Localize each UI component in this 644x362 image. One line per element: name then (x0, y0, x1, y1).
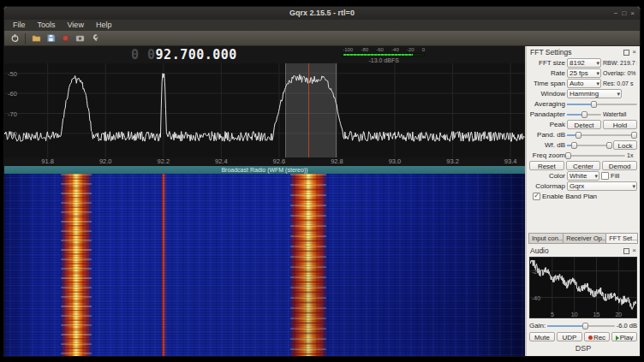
open-folder-icon (32, 33, 41, 43)
dock-close-icon[interactable]: × (632, 49, 636, 56)
wf-db-range-slider[interactable] (567, 140, 611, 150)
peak-detect-button[interactable]: Detect (567, 120, 601, 129)
fft-db-tick: -60 (8, 90, 17, 98)
filter-band[interactable] (285, 63, 337, 157)
wf-db-row: Wf. dB Lock (528, 140, 638, 150)
averaging-row: Averaging (528, 99, 638, 109)
fft-size-row: FFT size 8192 ▾ RBW: 219.7 Hz (528, 58, 638, 68)
menu-file[interactable]: File (7, 20, 32, 31)
gain-row: Gain: -6.0 dB (529, 321, 637, 330)
fill-checkbox[interactable] (601, 172, 609, 180)
window-select[interactable]: Hamming ▾ (567, 89, 622, 98)
freq-zoom-slider[interactable] (567, 151, 625, 160)
peak-row: Peak Detect Hold (528, 120, 638, 129)
fft-settings-dock-title: FFT Settings × (528, 47, 638, 57)
audio-khz-tick: 20 (615, 312, 622, 317)
reset-button[interactable]: Reset (529, 161, 564, 170)
titlebar[interactable]: Gqrx 2.15.5 - rtl=0 − □ × (4, 7, 640, 20)
maximize-icon[interactable]: □ (622, 7, 626, 20)
band-plan-bar: Broadcast Radio (WFM (stereo)) (4, 166, 525, 174)
averaging-slider[interactable] (567, 99, 637, 109)
audio-dock-title: Audio × (528, 246, 638, 256)
chevron-down-icon: ▾ (617, 91, 620, 97)
rec-button[interactable]: Rec (584, 332, 610, 341)
rec-label: Rec (593, 334, 605, 341)
panadapter-waterfall-split-slider[interactable] (567, 110, 601, 119)
meter-scale: -100 -80 -60 -40 -20 0 (343, 47, 425, 53)
dock-float-icon[interactable] (623, 50, 629, 56)
time-span-select[interactable]: Auto ▾ (567, 79, 601, 88)
fft-size-value: 8192 (569, 59, 596, 67)
status-dsp: DSP (528, 341, 638, 354)
meter-fill (343, 54, 413, 56)
frequency-display[interactable]: 0 092.700.000 (131, 46, 237, 63)
split-row: Panadapter Waterfall (528, 110, 638, 119)
tab-receiver-options[interactable]: Receiver Op... (564, 233, 606, 244)
color-row: Color White ▾ Fill (528, 171, 638, 181)
frequency-digits: 92.700.000 (156, 47, 237, 62)
color-select[interactable]: White ▾ (567, 171, 599, 181)
receiver-area: 0 092.700.000 -100 -80 -60 -40 -20 0 -13… (4, 46, 525, 356)
floppy-save-icon (46, 33, 56, 43)
colormap-select[interactable]: Gqrx ▾ (567, 181, 637, 191)
rate-select[interactable]: 25 fps ▾ (567, 68, 601, 78)
waterfall-signal (290, 174, 326, 356)
toolbar-separator (25, 33, 26, 44)
center-button[interactable]: Center (566, 161, 601, 170)
freq-zoom-value: 1x (627, 152, 637, 158)
gain-slider[interactable] (547, 321, 615, 330)
band-plan-label: Broadcast Radio (WFM (stereo)) (221, 166, 307, 174)
close-icon[interactable]: × (630, 7, 635, 20)
fft-plot[interactable]: -50-60-70-80 (4, 63, 525, 157)
screenshot-button[interactable] (74, 33, 86, 45)
meter-tick: -100 (343, 47, 353, 53)
peak-hold-button[interactable]: Hold (603, 120, 637, 129)
menubar: File Tools View Help (4, 20, 640, 31)
udp-button[interactable]: UDP (557, 332, 582, 341)
freq-tick: 91.8 (41, 157, 54, 166)
freq-tick: 93.0 (389, 157, 402, 166)
meter-value: -13.0 dBFS (343, 56, 425, 63)
dock-close-icon[interactable]: × (632, 247, 636, 254)
enable-band-plan-row: ✓ Enable Band Plan (528, 192, 638, 201)
tools-button[interactable] (88, 33, 100, 45)
colormap-value: Gqrx (569, 182, 632, 190)
toolbar (4, 31, 640, 46)
averaging-label: Averaging (529, 100, 565, 108)
waterfall-signal (163, 174, 164, 356)
enable-band-plan-checkbox[interactable]: ✓ (533, 193, 540, 200)
waterfall[interactable] (4, 174, 525, 356)
lock-button[interactable]: Lock (613, 140, 637, 150)
center-frequency-line (308, 63, 309, 157)
save-settings-button[interactable] (45, 33, 57, 45)
colormap-label: Colormap (529, 182, 565, 190)
tab-fft-settings[interactable]: FFT Set... (606, 233, 638, 244)
pand-db-range-slider[interactable] (567, 130, 637, 139)
freq-zoom-label: Freq zoom (529, 151, 565, 159)
meter-tick: 0 (422, 47, 425, 53)
waterfall-label: Waterfall (603, 111, 637, 117)
fft-plot-svg (4, 63, 525, 157)
content: 0 092.700.000 -100 -80 -60 -40 -20 0 -13… (4, 46, 640, 356)
fft-size-select[interactable]: 8192 ▾ (567, 58, 601, 68)
freq-tick: 93.4 (504, 157, 517, 166)
audio-db-tick: -40 (532, 294, 540, 300)
load-settings-button[interactable] (30, 33, 42, 45)
start-dsp-button[interactable] (9, 33, 21, 45)
menu-help[interactable]: Help (90, 20, 118, 31)
chevron-down-icon: ▾ (596, 60, 599, 66)
dock-float-icon[interactable] (623, 248, 629, 254)
fft-db-tick: -50 (8, 69, 17, 77)
colormap-row: Colormap Gqrx ▾ (528, 181, 638, 191)
window-fn-value: Hamming (569, 90, 617, 98)
mute-button[interactable]: Mute (529, 332, 555, 341)
minimize-icon[interactable]: − (614, 7, 618, 20)
menu-tools[interactable]: Tools (32, 20, 62, 31)
record-iq-button[interactable] (59, 33, 71, 45)
menu-view[interactable]: View (62, 20, 90, 31)
tab-input-controls[interactable]: Input con... (528, 233, 564, 244)
play-button[interactable]: Play (611, 332, 637, 341)
demod-button[interactable]: Demod (602, 161, 637, 170)
time-span-label: Time span (529, 80, 565, 87)
gqrx-window: Gqrx 2.15.5 - rtl=0 − □ × File Tools Vie… (3, 6, 641, 357)
